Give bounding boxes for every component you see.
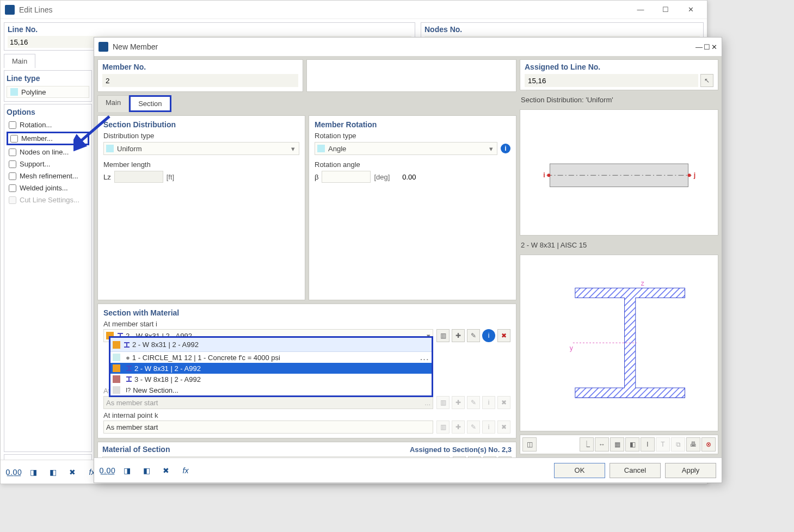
delete-tool-icon[interactable]: ✖: [158, 463, 174, 478]
section-color-swatch-icon: [113, 354, 120, 361]
minimize-icon[interactable]: —: [695, 43, 703, 51]
layer-tool-icon[interactable]: ◧: [139, 463, 154, 478]
dropdown-item-3[interactable]: 3 - W 8x18 | 2 - A992: [110, 374, 432, 385]
select-tool-icon[interactable]: ◨: [26, 465, 41, 480]
close-icon[interactable]: ✕: [711, 43, 717, 51]
at-member-start-label: At member start i: [103, 320, 510, 328]
grid-tool-icon[interactable]: ▦: [610, 437, 624, 451]
member-length-spinner: [114, 171, 163, 183]
nodes-on-line-checkbox[interactable]: [9, 149, 16, 156]
axes-tool-icon[interactable]: ⎿: [580, 437, 594, 451]
cancel-button[interactable]: Cancel: [610, 463, 661, 478]
select-tool-icon[interactable]: ◨: [119, 463, 134, 478]
delete-tool-icon[interactable]: ✖: [65, 465, 80, 480]
member-length-symbol: Lz: [103, 173, 111, 181]
section-color-swatch-icon: [113, 386, 120, 394]
options-panel: Options Rotation... Member... Nodes on l…: [4, 104, 92, 452]
info-icon[interactable]: i: [501, 144, 510, 153]
rotation-angle-label: Rotation angle: [315, 160, 510, 169]
options-header: Options: [7, 108, 89, 116]
apply-button[interactable]: Apply: [665, 463, 716, 478]
dropdown-item-1[interactable]: ● 1 - CIRCLE_M1 12 | 1 - Concrete f'c = …: [110, 352, 432, 363]
layer-tool-icon[interactable]: ◧: [45, 465, 60, 480]
uniform-swatch-icon: [106, 145, 114, 152]
ibeam-view-icon[interactable]: Ⅰ: [641, 437, 655, 451]
rotation-type-select[interactable]: Angle ▾: [315, 142, 497, 155]
tee-view-icon: T: [656, 437, 670, 451]
tab-main-editlines[interactable]: Main: [4, 54, 35, 68]
info-icon: i: [482, 420, 495, 434]
print-icon[interactable]: 🖶: [686, 437, 700, 451]
more-icon: ...: [424, 399, 430, 407]
option-support[interactable]: Support...: [7, 159, 89, 169]
new-member-titlebar: New Member — ☐ ✕: [94, 38, 722, 56]
values-tool-icon[interactable]: ◫: [522, 437, 537, 451]
fx-tool-icon[interactable]: fx: [178, 463, 193, 478]
internal-point-section-value: As member start: [106, 423, 158, 431]
section-color-swatch-icon: [113, 364, 120, 372]
section-color-swatch-icon: [113, 375, 120, 383]
dropdown-item-new[interactable]: Ⅰ? New Section...: [110, 385, 432, 395]
new-section-icon: Ⅰ?: [126, 387, 131, 394]
units-tool-icon[interactable]: 0͟.0͟0: [100, 463, 115, 478]
rotation-checkbox[interactable]: [9, 121, 16, 129]
dropdown-item-2[interactable]: 2 - W 8x31 | 2 - A992: [110, 363, 432, 374]
rotation-angle-input[interactable]: [322, 173, 418, 181]
library-icon[interactable]: ▥: [436, 329, 450, 342]
mesh-checkbox[interactable]: [9, 172, 16, 180]
units-tool-icon[interactable]: 0͟.0͟0: [6, 465, 21, 480]
reset-view-icon[interactable]: ⊗: [701, 437, 716, 451]
member-end-section-value: As member start: [106, 399, 158, 407]
member-length-unit: [ft]: [167, 173, 174, 181]
member-checkbox[interactable]: [10, 135, 18, 143]
edit-section-icon[interactable]: ✎: [467, 329, 480, 342]
member-no-input[interactable]: [102, 74, 298, 87]
option-nodes-on-line[interactable]: Nodes on line...: [7, 147, 89, 157]
support-checkbox[interactable]: [9, 160, 16, 168]
ratio-tool-icon: ⧉: [671, 437, 685, 451]
chevron-down-icon: ▾: [289, 145, 297, 153]
assigned-to-sections-label: Assigned to Section(s) No. 2,3: [410, 446, 512, 454]
rotation-angle-spinner[interactable]: [322, 171, 371, 183]
more-icon[interactable]: ...: [420, 354, 429, 362]
welded-checkbox[interactable]: [9, 184, 16, 192]
assigned-line-input[interactable]: [525, 74, 698, 87]
maximize-icon[interactable]: ☐: [654, 2, 678, 17]
close-icon[interactable]: ✕: [679, 2, 703, 17]
option-mesh[interactable]: Mesh refinement...: [7, 171, 89, 181]
nodes-no-label: Nodes No.: [424, 25, 700, 34]
option-member[interactable]: Member...: [7, 132, 89, 145]
edit-section-icon: ✎: [467, 396, 480, 409]
ok-button[interactable]: OK: [554, 463, 605, 478]
pick-line-icon[interactable]: ↖: [700, 74, 713, 87]
svg-text:y: y: [570, 345, 574, 352]
new-section-icon: ✚: [452, 420, 465, 434]
section-distribution-panel: Section Distribution Distribution type U…: [97, 115, 305, 300]
tab-main[interactable]: Main: [97, 95, 129, 112]
section-with-material-header: Section with Material: [103, 308, 510, 317]
polyline-swatch-icon: [10, 88, 18, 96]
section-dropdown-list[interactable]: 2 - W 8x31 | 2 - A992 ● 1 - CIRCLE_M1 12…: [109, 336, 433, 397]
minimize-icon[interactable]: —: [629, 2, 653, 17]
member-rotation-header: Member Rotation: [315, 120, 510, 129]
ibeam-icon: [124, 342, 130, 348]
option-welded[interactable]: Welded joints...: [7, 183, 89, 193]
dimensions-tool-icon[interactable]: ↔: [595, 437, 609, 451]
distribution-type-select[interactable]: Uniform ▾: [103, 142, 299, 155]
section-dropdown-selected[interactable]: 2 - W 8x31 | 2 - A992: [110, 338, 432, 352]
maximize-icon[interactable]: ☐: [704, 43, 710, 51]
svg-point-2: [547, 174, 550, 177]
section-dist-preview-label: Section Distribution: 'Uniform': [520, 94, 718, 106]
info-icon[interactable]: i: [482, 329, 495, 342]
internal-point-section-select[interactable]: As member start: [103, 420, 433, 434]
tab-section[interactable]: Section: [129, 95, 171, 112]
option-rotation[interactable]: Rotation...: [7, 120, 89, 130]
section-color-swatch-icon: [113, 341, 120, 349]
new-section-icon[interactable]: ✚: [452, 329, 465, 342]
remove-icon[interactable]: ✖: [497, 329, 510, 342]
member-rotation-panel: Member Rotation Rotation type Angle ▾ i: [309, 115, 516, 300]
stress-tool-icon[interactable]: ◧: [625, 437, 639, 451]
line-type-select[interactable]: Polyline: [7, 86, 89, 98]
distribution-type-label: Distribution type: [103, 132, 299, 140]
rotation-type-value: Angle: [328, 145, 487, 153]
